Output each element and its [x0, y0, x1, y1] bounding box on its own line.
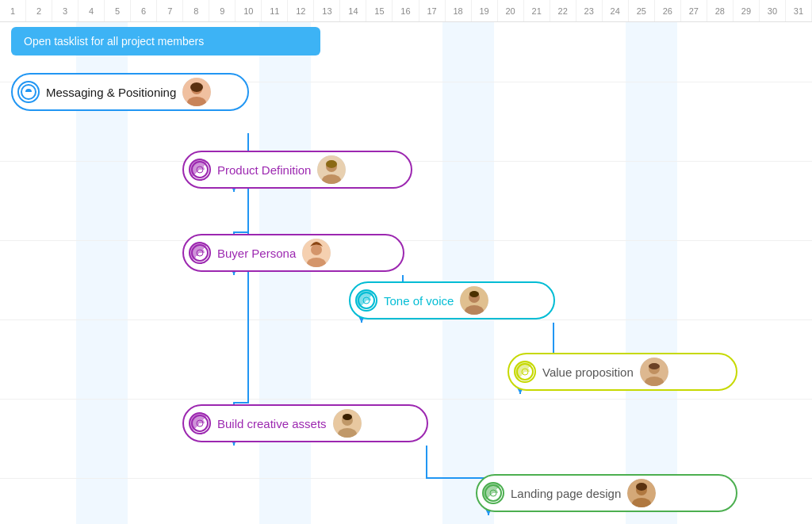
- svg-point-33: [649, 363, 660, 369]
- day-2: 2: [26, 0, 52, 21]
- task-messaging[interactable]: Messaging & Positioning: [11, 73, 249, 111]
- day-29: 29: [733, 0, 760, 21]
- day-9: 9: [209, 0, 236, 21]
- banner[interactable]: Open tasklist for all project members: [11, 27, 320, 55]
- day-12: 12: [288, 0, 314, 21]
- h-line-5: [0, 399, 812, 400]
- col-shade-4: [626, 22, 677, 524]
- task-build-icon: [189, 412, 211, 434]
- day-23: 23: [576, 0, 603, 21]
- task-buyer-label: Buyer Persona: [217, 247, 296, 260]
- day-14: 14: [340, 0, 366, 21]
- task-product[interactable]: Product Definition: [182, 151, 412, 189]
- day-1: 1: [0, 0, 26, 21]
- task-tone-avatar: [460, 286, 488, 315]
- banner-label: Open tasklist for all project members: [24, 35, 204, 48]
- day-21: 21: [524, 0, 550, 21]
- task-tone-label: Tone of voice: [384, 294, 454, 308]
- day-26: 26: [655, 0, 681, 21]
- task-landing-icon: [482, 482, 504, 504]
- day-15: 15: [366, 0, 393, 21]
- task-buyer-icon: [189, 242, 211, 264]
- task-buyer[interactable]: Buyer Persona: [182, 234, 404, 272]
- day-17: 17: [419, 0, 446, 21]
- day-28: 28: [707, 0, 733, 21]
- col-shade-2: [259, 22, 311, 524]
- day-10: 10: [236, 0, 262, 21]
- task-product-label: Product Definition: [217, 163, 311, 177]
- h-line-3: [0, 240, 812, 241]
- day-24: 24: [603, 0, 629, 21]
- day-11: 11: [262, 0, 288, 21]
- svg-point-45: [636, 483, 647, 491]
- svg-point-10: [190, 82, 203, 92]
- task-landing[interactable]: Landing page design: [476, 474, 737, 512]
- svg-point-16: [326, 160, 337, 168]
- day-31: 31: [786, 0, 812, 21]
- day-30: 30: [760, 0, 786, 21]
- gantt-container: 1 2 3 4 5 6 7 8 9 10 11 12 13 14 15 16 1…: [0, 0, 812, 524]
- svg-point-39: [343, 414, 352, 420]
- day-22: 22: [550, 0, 576, 21]
- task-messaging-label: Messaging & Positioning: [46, 86, 176, 99]
- day-7: 7: [157, 0, 183, 21]
- task-build[interactable]: Build creative assets: [182, 404, 428, 442]
- col-shade-3: [442, 22, 494, 524]
- task-value-avatar: [640, 358, 668, 386]
- task-tone[interactable]: Tone of voice: [349, 281, 555, 319]
- day-19: 19: [472, 0, 498, 21]
- day-18: 18: [446, 0, 472, 21]
- task-product-icon: [189, 159, 211, 181]
- task-landing-label: Landing page design: [511, 487, 621, 500]
- task-landing-avatar: [627, 479, 656, 507]
- task-value[interactable]: Value proposition: [508, 353, 737, 391]
- task-buyer-avatar: [302, 239, 331, 267]
- task-value-icon: [514, 361, 536, 383]
- day-header: 1 2 3 4 5 6 7 8 9 10 11 12 13 14 15 16 1…: [0, 0, 812, 22]
- task-value-label: Value proposition: [542, 365, 634, 379]
- task-product-avatar: [317, 155, 346, 184]
- day-3: 3: [52, 0, 79, 21]
- day-13: 13: [314, 0, 340, 21]
- h-line-4: [0, 319, 812, 320]
- day-25: 25: [629, 0, 655, 21]
- day-6: 6: [131, 0, 157, 21]
- task-messaging-icon: [17, 81, 40, 103]
- task-tone-icon: [355, 289, 377, 312]
- svg-point-20: [311, 244, 322, 255]
- day-16: 16: [393, 0, 419, 21]
- day-5: 5: [105, 0, 131, 21]
- day-4: 4: [79, 0, 105, 21]
- day-20: 20: [498, 0, 524, 21]
- task-build-avatar: [333, 409, 362, 438]
- svg-point-27: [469, 291, 479, 297]
- task-build-label: Build creative assets: [217, 417, 327, 430]
- day-8: 8: [183, 0, 209, 21]
- day-27: 27: [681, 0, 707, 21]
- task-messaging-avatar: [182, 78, 211, 106]
